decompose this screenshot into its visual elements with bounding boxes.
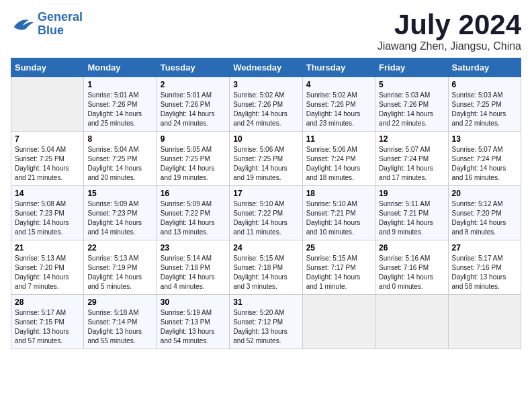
- day-number: 3: [233, 80, 298, 89]
- calendar-body: 1Sunrise: 5:01 AM Sunset: 7:26 PM Daylig…: [11, 77, 521, 349]
- calendar-cell: 16Sunrise: 5:09 AM Sunset: 7:22 PM Dayli…: [157, 186, 229, 240]
- day-number: 15: [87, 189, 152, 198]
- day-info: Sunrise: 5:08 AM Sunset: 7:23 PM Dayligh…: [15, 199, 80, 237]
- calendar-cell: 8Sunrise: 5:04 AM Sunset: 7:25 PM Daylig…: [84, 132, 157, 186]
- calendar-cell: [448, 295, 521, 349]
- day-number: 10: [233, 134, 298, 144]
- day-info: Sunrise: 5:01 AM Sunset: 7:26 PM Dayligh…: [161, 91, 226, 128]
- day-info: Sunrise: 5:07 AM Sunset: 7:24 PM Dayligh…: [379, 145, 444, 183]
- calendar-cell: 23Sunrise: 5:14 AM Sunset: 7:18 PM Dayli…: [157, 240, 229, 295]
- day-number: 11: [306, 134, 371, 144]
- day-info: Sunrise: 5:10 AM Sunset: 7:21 PM Dayligh…: [306, 199, 371, 237]
- header-tuesday: Tuesday: [157, 58, 229, 77]
- day-info: Sunrise: 5:06 AM Sunset: 7:24 PM Dayligh…: [306, 145, 371, 183]
- logo: General Blue: [11, 11, 83, 38]
- day-info: Sunrise: 5:12 AM Sunset: 7:20 PM Dayligh…: [452, 199, 517, 237]
- calendar-cell: [11, 77, 84, 132]
- calendar-row-3: 21Sunrise: 5:13 AM Sunset: 7:20 PM Dayli…: [11, 240, 521, 295]
- calendar-cell: 10Sunrise: 5:06 AM Sunset: 7:25 PM Dayli…: [230, 132, 302, 186]
- day-info: Sunrise: 5:15 AM Sunset: 7:18 PM Dayligh…: [233, 254, 298, 291]
- day-number: 5: [379, 80, 444, 89]
- day-number: 6: [452, 80, 517, 89]
- calendar-cell: 31Sunrise: 5:20 AM Sunset: 7:12 PM Dayli…: [230, 295, 302, 349]
- day-number: 4: [306, 80, 371, 89]
- calendar-row-2: 14Sunrise: 5:08 AM Sunset: 7:23 PM Dayli…: [11, 186, 521, 240]
- day-number: 30: [161, 298, 226, 307]
- day-info: Sunrise: 5:03 AM Sunset: 7:25 PM Dayligh…: [452, 91, 517, 128]
- day-number: 12: [379, 134, 444, 144]
- header-thursday: Thursday: [302, 58, 375, 77]
- month-title: July 2024: [378, 11, 521, 39]
- calendar-row-1: 7Sunrise: 5:04 AM Sunset: 7:25 PM Daylig…: [11, 132, 521, 186]
- day-number: 23: [161, 243, 226, 253]
- day-number: 26: [379, 243, 444, 253]
- day-info: Sunrise: 5:20 AM Sunset: 7:12 PM Dayligh…: [233, 308, 298, 346]
- calendar-cell: 24Sunrise: 5:15 AM Sunset: 7:18 PM Dayli…: [230, 240, 302, 295]
- calendar-cell: 9Sunrise: 5:05 AM Sunset: 7:25 PM Daylig…: [157, 132, 229, 186]
- calendar-cell: 1Sunrise: 5:01 AM Sunset: 7:26 PM Daylig…: [84, 77, 157, 132]
- day-info: Sunrise: 5:19 AM Sunset: 7:13 PM Dayligh…: [161, 308, 226, 346]
- header-monday: Monday: [84, 58, 157, 77]
- calendar-cell: 26Sunrise: 5:16 AM Sunset: 7:16 PM Dayli…: [375, 240, 448, 295]
- day-number: 20: [452, 189, 517, 198]
- day-number: 21: [15, 243, 80, 253]
- day-info: Sunrise: 5:04 AM Sunset: 7:25 PM Dayligh…: [15, 145, 80, 183]
- day-number: 13: [452, 134, 517, 144]
- day-info: Sunrise: 5:17 AM Sunset: 7:15 PM Dayligh…: [15, 308, 80, 346]
- day-number: 27: [452, 243, 517, 253]
- day-number: 2: [161, 80, 226, 89]
- day-info: Sunrise: 5:13 AM Sunset: 7:20 PM Dayligh…: [15, 254, 80, 291]
- calendar-cell: 19Sunrise: 5:11 AM Sunset: 7:21 PM Dayli…: [375, 186, 448, 240]
- day-number: 31: [233, 298, 298, 307]
- day-info: Sunrise: 5:02 AM Sunset: 7:26 PM Dayligh…: [233, 91, 298, 128]
- day-info: Sunrise: 5:06 AM Sunset: 7:25 PM Dayligh…: [233, 145, 298, 183]
- calendar-cell: 17Sunrise: 5:10 AM Sunset: 7:22 PM Dayli…: [230, 186, 302, 240]
- calendar-cell: 12Sunrise: 5:07 AM Sunset: 7:24 PM Dayli…: [375, 132, 448, 186]
- day-info: Sunrise: 5:13 AM Sunset: 7:19 PM Dayligh…: [87, 254, 152, 291]
- calendar-cell: 5Sunrise: 5:03 AM Sunset: 7:26 PM Daylig…: [375, 77, 448, 132]
- calendar-cell: 15Sunrise: 5:09 AM Sunset: 7:23 PM Dayli…: [84, 186, 157, 240]
- day-info: Sunrise: 5:04 AM Sunset: 7:25 PM Dayligh…: [87, 145, 152, 183]
- day-info: Sunrise: 5:18 AM Sunset: 7:14 PM Dayligh…: [87, 308, 152, 346]
- day-info: Sunrise: 5:16 AM Sunset: 7:16 PM Dayligh…: [379, 254, 444, 291]
- day-info: Sunrise: 5:17 AM Sunset: 7:16 PM Dayligh…: [452, 254, 517, 291]
- header-wednesday: Wednesday: [230, 58, 302, 77]
- header-sunday: Sunday: [11, 58, 84, 77]
- day-number: 9: [161, 134, 226, 144]
- calendar-cell: [375, 295, 448, 349]
- day-number: 1: [87, 80, 152, 89]
- page-header: General Blue July 2024 Jiawang Zhen, Jia…: [11, 11, 521, 52]
- day-info: Sunrise: 5:07 AM Sunset: 7:24 PM Dayligh…: [452, 145, 517, 183]
- calendar-table: SundayMondayTuesdayWednesdayThursdayFrid…: [11, 58, 521, 349]
- calendar-cell: 7Sunrise: 5:04 AM Sunset: 7:25 PM Daylig…: [11, 132, 84, 186]
- calendar-cell: 3Sunrise: 5:02 AM Sunset: 7:26 PM Daylig…: [230, 77, 302, 132]
- logo-icon: [11, 15, 35, 34]
- day-info: Sunrise: 5:01 AM Sunset: 7:26 PM Dayligh…: [87, 91, 152, 128]
- day-number: 18: [306, 189, 371, 198]
- day-number: 19: [379, 189, 444, 198]
- day-number: 17: [233, 189, 298, 198]
- calendar-cell: 14Sunrise: 5:08 AM Sunset: 7:23 PM Dayli…: [11, 186, 84, 240]
- calendar-cell: 29Sunrise: 5:18 AM Sunset: 7:14 PM Dayli…: [84, 295, 157, 349]
- calendar-cell: 25Sunrise: 5:15 AM Sunset: 7:17 PM Dayli…: [302, 240, 375, 295]
- calendar-cell: 20Sunrise: 5:12 AM Sunset: 7:20 PM Dayli…: [448, 186, 521, 240]
- day-info: Sunrise: 5:14 AM Sunset: 7:18 PM Dayligh…: [161, 254, 226, 291]
- calendar-row-4: 28Sunrise: 5:17 AM Sunset: 7:15 PM Dayli…: [11, 295, 521, 349]
- day-info: Sunrise: 5:09 AM Sunset: 7:23 PM Dayligh…: [87, 199, 152, 237]
- calendar-header: SundayMondayTuesdayWednesdayThursdayFrid…: [11, 58, 521, 77]
- calendar-cell: 2Sunrise: 5:01 AM Sunset: 7:26 PM Daylig…: [157, 77, 229, 132]
- day-number: 25: [306, 243, 371, 253]
- day-info: Sunrise: 5:11 AM Sunset: 7:21 PM Dayligh…: [379, 199, 444, 237]
- calendar-cell: 13Sunrise: 5:07 AM Sunset: 7:24 PM Dayli…: [448, 132, 521, 186]
- day-info: Sunrise: 5:15 AM Sunset: 7:17 PM Dayligh…: [306, 254, 371, 291]
- calendar-cell: 11Sunrise: 5:06 AM Sunset: 7:24 PM Dayli…: [302, 132, 375, 186]
- calendar-cell: 22Sunrise: 5:13 AM Sunset: 7:19 PM Dayli…: [84, 240, 157, 295]
- calendar-cell: 4Sunrise: 5:02 AM Sunset: 7:26 PM Daylig…: [302, 77, 375, 132]
- calendar-cell: 6Sunrise: 5:03 AM Sunset: 7:25 PM Daylig…: [448, 77, 521, 132]
- day-number: 29: [87, 298, 152, 307]
- day-number: 22: [87, 243, 152, 253]
- calendar-cell: 28Sunrise: 5:17 AM Sunset: 7:15 PM Dayli…: [11, 295, 84, 349]
- day-number: 24: [233, 243, 298, 253]
- calendar-cell: 27Sunrise: 5:17 AM Sunset: 7:16 PM Dayli…: [448, 240, 521, 295]
- day-info: Sunrise: 5:02 AM Sunset: 7:26 PM Dayligh…: [306, 91, 371, 128]
